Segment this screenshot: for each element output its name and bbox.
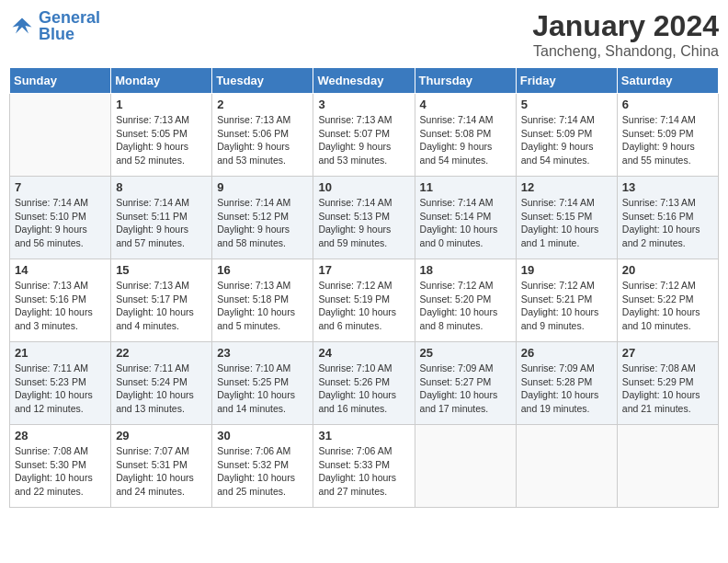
- day-info: Sunrise: 7:14 AMSunset: 5:09 PMDaylight:…: [622, 113, 713, 167]
- svg-marker-0: [13, 18, 32, 34]
- day-number: 18: [420, 263, 511, 277]
- day-info: Sunrise: 7:07 AMSunset: 5:31 PMDaylight:…: [116, 444, 207, 499]
- day-number: 15: [116, 263, 207, 277]
- day-number: 10: [318, 180, 409, 194]
- calendar-cell: 10Sunrise: 7:14 AMSunset: 5:13 PMDayligh…: [313, 177, 415, 259]
- calendar-cell: 24Sunrise: 7:10 AMSunset: 5:26 PMDayligh…: [313, 342, 415, 425]
- week-row-4: 21Sunrise: 7:11 AMSunset: 5:23 PMDayligh…: [10, 342, 719, 425]
- day-number: 11: [420, 180, 511, 194]
- calendar-cell: 30Sunrise: 7:06 AMSunset: 5:32 PMDayligh…: [212, 425, 313, 508]
- calendar-cell: 1Sunrise: 7:13 AMSunset: 5:05 PMDaylight…: [111, 94, 212, 177]
- weekday-header-monday: Monday: [111, 68, 212, 94]
- day-info: Sunrise: 7:11 AMSunset: 5:23 PMDaylight:…: [15, 362, 106, 416]
- day-number: 17: [318, 263, 409, 277]
- calendar-cell: 26Sunrise: 7:09 AMSunset: 5:28 PMDayligh…: [516, 342, 617, 425]
- calendar-cell: 6Sunrise: 7:14 AMSunset: 5:09 PMDaylight…: [617, 94, 718, 177]
- day-info: Sunrise: 7:13 AMSunset: 5:16 PMDaylight:…: [622, 196, 713, 250]
- logo: General Blue: [9, 9, 100, 42]
- day-number: 31: [318, 429, 409, 442]
- day-number: 29: [116, 429, 207, 442]
- calendar-subtitle: Tancheng, Shandong, China: [532, 43, 719, 60]
- calendar-cell: 3Sunrise: 7:13 AMSunset: 5:07 PMDaylight…: [313, 94, 415, 177]
- day-info: Sunrise: 7:06 AMSunset: 5:33 PMDaylight:…: [318, 444, 409, 499]
- calendar-cell: 7Sunrise: 7:14 AMSunset: 5:10 PMDaylight…: [10, 177, 111, 259]
- calendar-table: SundayMondayTuesdayWednesdayThursdayFrid…: [9, 67, 719, 508]
- day-number: 2: [217, 98, 308, 111]
- day-number: 19: [521, 263, 612, 277]
- weekday-header-wednesday: Wednesday: [313, 68, 415, 94]
- day-info: Sunrise: 7:13 AMSunset: 5:07 PMDaylight:…: [318, 113, 409, 167]
- day-info: Sunrise: 7:14 AMSunset: 5:09 PMDaylight:…: [521, 113, 612, 167]
- calendar-title: January 2024: [532, 9, 719, 43]
- day-info: Sunrise: 7:12 AMSunset: 5:20 PMDaylight:…: [420, 279, 511, 333]
- day-info: Sunrise: 7:14 AMSunset: 5:13 PMDaylight:…: [318, 196, 409, 250]
- calendar-cell: 21Sunrise: 7:11 AMSunset: 5:23 PMDayligh…: [10, 342, 111, 425]
- day-info: Sunrise: 7:14 AMSunset: 5:08 PMDaylight:…: [420, 113, 511, 167]
- weekday-header-row: SundayMondayTuesdayWednesdayThursdayFrid…: [10, 68, 719, 94]
- calendar-cell: [516, 425, 617, 508]
- day-info: Sunrise: 7:13 AMSunset: 5:16 PMDaylight:…: [15, 279, 106, 333]
- calendar-body: 1Sunrise: 7:13 AMSunset: 5:05 PMDaylight…: [10, 94, 719, 508]
- calendar-cell: 27Sunrise: 7:08 AMSunset: 5:29 PMDayligh…: [617, 342, 718, 425]
- day-info: Sunrise: 7:14 AMSunset: 5:11 PMDaylight:…: [116, 196, 207, 250]
- day-info: Sunrise: 7:13 AMSunset: 5:17 PMDaylight:…: [116, 279, 207, 333]
- day-number: 12: [521, 180, 612, 194]
- day-number: 14: [15, 263, 106, 277]
- calendar-cell: 9Sunrise: 7:14 AMSunset: 5:12 PMDaylight…: [212, 177, 313, 259]
- day-number: 8: [116, 180, 207, 194]
- weekday-header-thursday: Thursday: [415, 68, 516, 94]
- calendar-cell: 8Sunrise: 7:14 AMSunset: 5:11 PMDaylight…: [111, 177, 212, 259]
- weekday-header-friday: Friday: [516, 68, 617, 94]
- calendar-cell: 18Sunrise: 7:12 AMSunset: 5:20 PMDayligh…: [415, 259, 516, 342]
- calendar-cell: 28Sunrise: 7:08 AMSunset: 5:30 PMDayligh…: [10, 425, 111, 508]
- day-number: 23: [217, 346, 308, 360]
- day-info: Sunrise: 7:08 AMSunset: 5:30 PMDaylight:…: [15, 444, 106, 499]
- logo-text: General Blue: [39, 9, 100, 42]
- day-info: Sunrise: 7:10 AMSunset: 5:26 PMDaylight:…: [318, 362, 409, 416]
- day-info: Sunrise: 7:12 AMSunset: 5:19 PMDaylight:…: [318, 279, 409, 333]
- calendar-cell: 20Sunrise: 7:12 AMSunset: 5:22 PMDayligh…: [617, 259, 718, 342]
- day-number: 5: [521, 98, 612, 111]
- weekday-header-sunday: Sunday: [10, 68, 111, 94]
- day-info: Sunrise: 7:13 AMSunset: 5:18 PMDaylight:…: [217, 279, 308, 333]
- calendar-cell: 4Sunrise: 7:14 AMSunset: 5:08 PMDaylight…: [415, 94, 516, 177]
- day-number: 16: [217, 263, 308, 277]
- calendar-cell: 31Sunrise: 7:06 AMSunset: 5:33 PMDayligh…: [313, 425, 415, 508]
- calendar-cell: 23Sunrise: 7:10 AMSunset: 5:25 PMDayligh…: [212, 342, 313, 425]
- day-number: 27: [622, 346, 713, 360]
- weekday-header-saturday: Saturday: [617, 68, 718, 94]
- day-info: Sunrise: 7:12 AMSunset: 5:22 PMDaylight:…: [622, 279, 713, 333]
- day-info: Sunrise: 7:10 AMSunset: 5:25 PMDaylight:…: [217, 362, 308, 416]
- calendar-cell: 5Sunrise: 7:14 AMSunset: 5:09 PMDaylight…: [516, 94, 617, 177]
- day-number: 7: [15, 180, 106, 194]
- calendar-cell: 12Sunrise: 7:14 AMSunset: 5:15 PMDayligh…: [516, 177, 617, 259]
- day-info: Sunrise: 7:08 AMSunset: 5:29 PMDaylight:…: [622, 362, 713, 416]
- day-number: 25: [420, 346, 511, 360]
- day-number: 22: [116, 346, 207, 360]
- day-number: 24: [318, 346, 409, 360]
- calendar-cell: 19Sunrise: 7:12 AMSunset: 5:21 PMDayligh…: [516, 259, 617, 342]
- day-info: Sunrise: 7:09 AMSunset: 5:28 PMDaylight:…: [521, 362, 612, 416]
- day-info: Sunrise: 7:06 AMSunset: 5:32 PMDaylight:…: [217, 444, 308, 499]
- day-number: 13: [622, 180, 713, 194]
- calendar-cell: 29Sunrise: 7:07 AMSunset: 5:31 PMDayligh…: [111, 425, 212, 508]
- day-number: 26: [521, 346, 612, 360]
- logo-general: General: [39, 8, 100, 27]
- day-info: Sunrise: 7:09 AMSunset: 5:27 PMDaylight:…: [420, 362, 511, 416]
- day-number: 21: [15, 346, 106, 360]
- calendar-cell: [415, 425, 516, 508]
- weekday-header-tuesday: Tuesday: [212, 68, 313, 94]
- calendar-cell: 11Sunrise: 7:14 AMSunset: 5:14 PMDayligh…: [415, 177, 516, 259]
- day-info: Sunrise: 7:11 AMSunset: 5:24 PMDaylight:…: [116, 362, 207, 416]
- week-row-5: 28Sunrise: 7:08 AMSunset: 5:30 PMDayligh…: [10, 425, 719, 508]
- calendar-cell: 16Sunrise: 7:13 AMSunset: 5:18 PMDayligh…: [212, 259, 313, 342]
- day-info: Sunrise: 7:14 AMSunset: 5:10 PMDaylight:…: [15, 196, 106, 250]
- day-number: 9: [217, 180, 308, 194]
- day-number: 30: [217, 429, 308, 442]
- day-info: Sunrise: 7:13 AMSunset: 5:06 PMDaylight:…: [217, 113, 308, 167]
- calendar-cell: 14Sunrise: 7:13 AMSunset: 5:16 PMDayligh…: [10, 259, 111, 342]
- calendar-cell: 25Sunrise: 7:09 AMSunset: 5:27 PMDayligh…: [415, 342, 516, 425]
- day-number: 4: [420, 98, 511, 111]
- day-info: Sunrise: 7:12 AMSunset: 5:21 PMDaylight:…: [521, 279, 612, 333]
- calendar-cell: 17Sunrise: 7:12 AMSunset: 5:19 PMDayligh…: [313, 259, 415, 342]
